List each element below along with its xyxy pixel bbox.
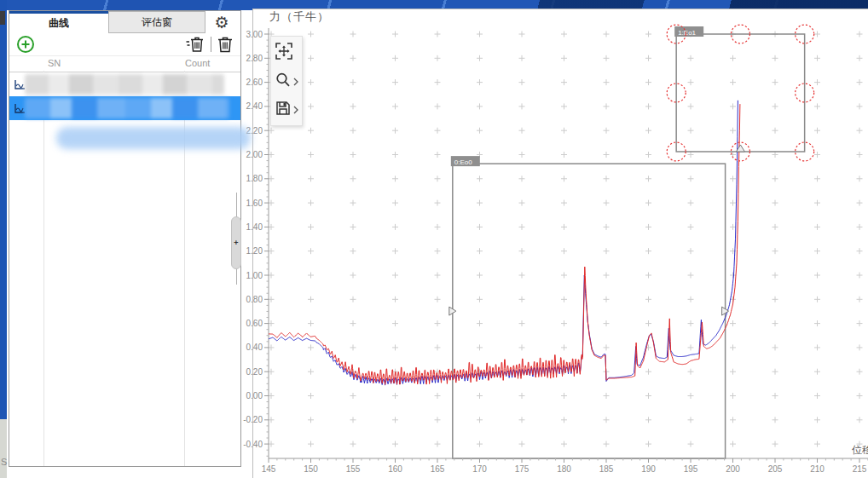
grid-plus [350, 224, 356, 230]
grid-plus [392, 441, 398, 447]
grid-plus [773, 273, 778, 279]
grid-plus [773, 224, 778, 230]
grid-plus [477, 417, 483, 423]
delete-sweep-button[interactable] [185, 35, 205, 54]
curve-list-toolbar [9, 33, 240, 55]
grid-plus [308, 152, 314, 158]
grid-plus [773, 297, 778, 302]
y-tick-label: 0.60 [246, 319, 263, 328]
grid-plus [814, 152, 820, 158]
curve-list-item[interactable] [9, 72, 240, 96]
grid-plus [814, 369, 820, 375]
x-tick-label: 190 [641, 464, 656, 474]
grid-plus [269, 128, 275, 134]
grid-plus [350, 441, 356, 447]
y-tick-label: 0.80 [246, 295, 263, 304]
grid-plus [435, 200, 441, 206]
grid-plus [773, 200, 778, 206]
grid-plus [688, 344, 694, 350]
grid-plus [645, 393, 651, 399]
settings-gear-icon[interactable]: ⚙ [211, 12, 232, 32]
x-tick-label: 195 [684, 464, 698, 474]
grid-plus [308, 273, 314, 279]
panel-splitter-handle[interactable]: + [231, 216, 241, 269]
grid-plus [477, 273, 483, 279]
tab-row: 曲线 评估窗 ⚙ [9, 11, 240, 33]
y-tick-label: 0.00 [246, 391, 263, 400]
curve-list-panel: 曲线 评估窗 ⚙ [9, 10, 241, 467]
add-curve-button[interactable] [16, 35, 35, 54]
grid-plus [392, 152, 398, 158]
tab-evaluation-window-label: 评估窗 [142, 15, 172, 30]
grid-plus [308, 441, 314, 447]
evaluation-window-label: 0:Eo0 [454, 158, 472, 166]
grid-plus [561, 32, 567, 37]
grid-plus [730, 103, 736, 109]
zoom-button[interactable] [271, 72, 298, 92]
curve-list-item-selected[interactable] [9, 96, 240, 120]
grid-plus [477, 320, 483, 326]
grid-plus [773, 152, 778, 158]
grid-plus [477, 441, 483, 447]
grid-plus [814, 32, 820, 37]
grid-plus [435, 128, 441, 134]
grid-plus [392, 103, 398, 109]
grid-plus [350, 200, 356, 206]
grid-plus [814, 128, 820, 134]
grid-plus [561, 297, 567, 302]
save-button[interactable] [271, 100, 298, 120]
grid-plus [392, 297, 398, 302]
grid-plus [814, 393, 820, 399]
grid-plus [392, 55, 398, 61]
grid-plus [392, 128, 398, 134]
grid-plus [519, 79, 525, 85]
fit-view-button[interactable] [271, 42, 293, 64]
grid-plus [814, 176, 820, 181]
grid-plus [645, 320, 651, 326]
y-tick-label: 1.60 [246, 199, 263, 208]
grid-plus [814, 441, 820, 447]
tab-curve[interactable]: 曲线 [9, 11, 108, 33]
evaluation-window-rect[interactable] [676, 34, 804, 152]
grid-plus [604, 393, 610, 399]
grid-plus [604, 128, 610, 134]
grid-plus [688, 248, 694, 254]
app-window: S 0:Eo01:Eo1-0.40-0.200.000.200.400.600.… [0, 0, 868, 478]
delete-curve-button[interactable] [216, 35, 234, 54]
grid-plus [688, 297, 694, 302]
grid-plus [308, 224, 314, 230]
grid-plus [730, 441, 736, 447]
grid-plus [604, 441, 610, 447]
grid-plus [645, 369, 651, 375]
grid-plus [561, 176, 567, 181]
grid-plus [730, 79, 736, 85]
grid-plus [604, 224, 610, 230]
grid-plus [688, 393, 694, 399]
grid-plus [730, 224, 736, 230]
grid-plus [435, 417, 441, 423]
grid-plus [604, 176, 610, 181]
grid-plus [688, 128, 694, 134]
grid-plus [561, 393, 567, 399]
y-axis-title: 力（千牛） [269, 9, 329, 25]
grid-plus [814, 224, 820, 230]
grid-plus [773, 344, 778, 350]
grid-plus [350, 417, 356, 423]
evaluation-window-rect[interactable] [453, 164, 726, 458]
grid-plus [561, 200, 567, 206]
grid-plus [604, 344, 610, 350]
grid-plus [350, 32, 356, 37]
grid-plus [730, 393, 736, 399]
grid-plus [477, 55, 483, 61]
grid-plus [688, 417, 694, 423]
grid-plus [857, 128, 863, 134]
grid-plus [857, 224, 863, 230]
grid-plus [561, 273, 567, 279]
grid-plus [435, 79, 441, 85]
fit-view-icon [275, 42, 293, 64]
grid-plus [350, 176, 356, 181]
grid-plus [604, 248, 610, 254]
tab-evaluation-window[interactable]: 评估窗 [108, 11, 205, 33]
y-tick-label: 1.80 [246, 174, 263, 183]
grid-plus [350, 79, 356, 85]
